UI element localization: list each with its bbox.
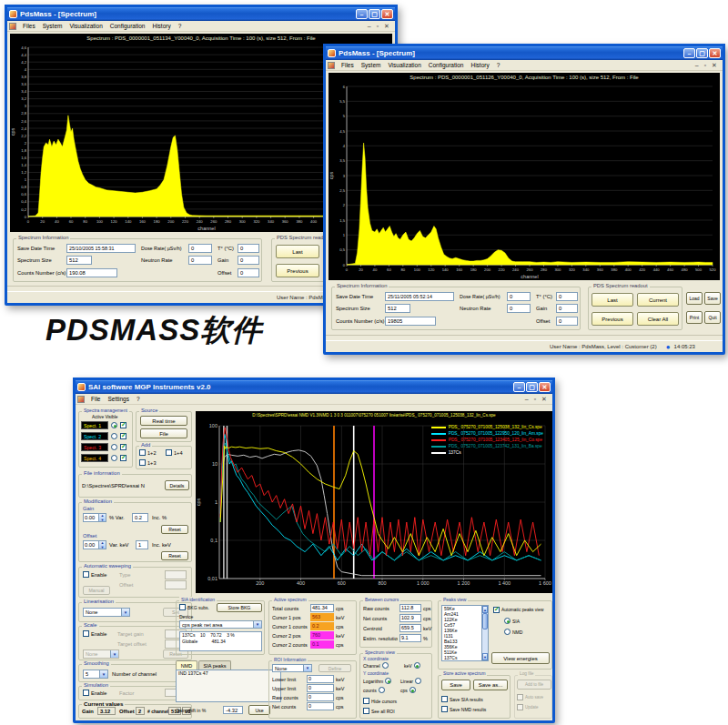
dose-rate-field[interactable]: 0 bbox=[188, 244, 212, 253]
list-item[interactable]: 661Ke bbox=[442, 660, 488, 661]
add-1-2-option[interactable]: 1+2 bbox=[139, 449, 157, 456]
channel-radio[interactable]: Channel bbox=[363, 662, 389, 669]
offset-reset-button[interactable]: Reset bbox=[161, 551, 188, 560]
store-save-button[interactable]: Save bbox=[441, 680, 470, 690]
offset-spinner[interactable]: 0.00▲▼ bbox=[83, 540, 106, 549]
linearisation-dropdown[interactable]: None bbox=[83, 608, 130, 617]
radio-icon[interactable] bbox=[379, 687, 385, 693]
scrollbar-thumb[interactable] bbox=[482, 613, 488, 629]
row-value-field[interactable]: 0 bbox=[307, 684, 334, 692]
tab-sia-peaks[interactable]: SIA peaks bbox=[198, 660, 231, 670]
checkbox-icon[interactable] bbox=[493, 607, 500, 613]
save-date-field[interactable]: 25/10/2005 15:58:31 bbox=[66, 244, 136, 253]
kev-radio[interactable]: keV bbox=[404, 662, 420, 669]
close-button[interactable]: ✕ bbox=[381, 9, 393, 19]
see-all-roi-checkbox[interactable]: See all ROI bbox=[363, 708, 395, 714]
row-value-field[interactable]: 760 bbox=[310, 631, 334, 639]
maximize-button[interactable]: ▢ bbox=[369, 9, 380, 19]
active-radio[interactable] bbox=[111, 433, 117, 439]
maximize-button[interactable]: ▢ bbox=[696, 48, 708, 58]
mdi-window-controls[interactable]: – ▫ ✕ bbox=[525, 396, 551, 403]
visible-checkbox[interactable] bbox=[120, 444, 126, 450]
previous-button[interactable]: Previous bbox=[276, 264, 319, 277]
window3-titlebar[interactable]: SAI software MGP Instruments v2.0 – ▢ ✕ bbox=[76, 380, 552, 394]
sweeping-enable-checkbox[interactable]: Enable bbox=[83, 571, 106, 578]
save-sia-results-checkbox[interactable]: Save SIA results bbox=[441, 696, 483, 702]
row-value-field[interactable]: 0.2 bbox=[310, 622, 334, 630]
row-value-field[interactable]: 9.1 bbox=[399, 634, 421, 642]
dose-rate-field[interactable]: 0 bbox=[507, 292, 531, 301]
checkbox-icon[interactable] bbox=[441, 696, 448, 702]
menu-item-[interactable]: ? bbox=[493, 62, 504, 68]
menu-item-configuration[interactable]: Configuration bbox=[425, 62, 468, 68]
menu-item-configuration[interactable]: Configuration bbox=[106, 23, 149, 29]
checkbox-icon[interactable] bbox=[166, 449, 172, 456]
visible-checkbox[interactable] bbox=[120, 422, 126, 428]
gain-reset-button[interactable]: Reset bbox=[161, 525, 188, 534]
last-button[interactable]: Last bbox=[276, 245, 319, 258]
counts-radio[interactable]: counts bbox=[363, 687, 385, 693]
cps-radio[interactable]: cps bbox=[400, 687, 416, 693]
radio-icon[interactable] bbox=[415, 678, 421, 684]
gain-field[interactable]: 0 bbox=[238, 256, 259, 265]
menu-item-file[interactable]: File bbox=[87, 396, 104, 402]
counts-number-field[interactable]: 190.08 bbox=[66, 268, 117, 277]
real-time-button[interactable]: Real time bbox=[140, 416, 187, 426]
store-save-as-button[interactable]: Save as... bbox=[473, 680, 508, 690]
hide-cursors-checkbox[interactable]: Hide cursors bbox=[363, 698, 397, 704]
window2-titlebar[interactable]: PdsMass - [Spectrum] – ▢ ✕ bbox=[326, 46, 723, 60]
row-value-field[interactable]: 0.1 bbox=[310, 640, 334, 649]
add-1-3-option[interactable]: 1+3 bbox=[139, 459, 157, 466]
simulation-enable-checkbox[interactable]: Enable bbox=[83, 690, 106, 696]
menu-item-history[interactable]: History bbox=[467, 62, 492, 68]
row-value-field[interactable]: 481.34 bbox=[310, 604, 334, 612]
menu-item-system[interactable]: System bbox=[358, 62, 385, 68]
spinner-arrows-icon[interactable]: ▲▼ bbox=[98, 514, 106, 521]
device-dropdown[interactable]: cps peak net area bbox=[179, 620, 262, 629]
radio-icon[interactable] bbox=[410, 687, 416, 693]
dropdown-arrow-icon[interactable] bbox=[253, 621, 261, 628]
checkbox-icon[interactable] bbox=[139, 459, 146, 466]
checkbox-icon[interactable] bbox=[363, 708, 369, 714]
bkg-subs-checkbox[interactable]: BKG subs. bbox=[179, 604, 209, 610]
minimize-button[interactable]: – bbox=[356, 9, 368, 19]
save-button[interactable]: Save bbox=[704, 292, 721, 305]
mdi-window-controls[interactable]: – ▫ ✕ bbox=[368, 23, 393, 30]
menu-item-visualization[interactable]: Visualization bbox=[66, 23, 106, 29]
temperature-field[interactable]: 0 bbox=[238, 244, 259, 253]
roi-dropdown[interactable]: None bbox=[272, 664, 312, 672]
checkbox-icon[interactable] bbox=[441, 706, 448, 712]
row-value-field[interactable]: 0 bbox=[307, 675, 334, 683]
linear-radio[interactable]: Linear bbox=[400, 678, 421, 684]
close-button[interactable]: ✕ bbox=[539, 382, 551, 392]
neutron-rate-field[interactable]: 0 bbox=[188, 256, 212, 265]
mdi-window-controls[interactable]: – ▫ ✕ bbox=[695, 62, 721, 69]
listbox-scrollbar[interactable]: ▲ ▼ bbox=[481, 606, 488, 660]
scroll-down-icon[interactable]: ▼ bbox=[482, 653, 488, 660]
menu-item-history[interactable]: History bbox=[148, 23, 174, 29]
counts-number-field[interactable]: 19805 bbox=[385, 317, 436, 326]
sia-radio[interactable]: SIA bbox=[504, 618, 520, 624]
menu-item-files[interactable]: Files bbox=[338, 62, 358, 68]
neutron-rate-field[interactable]: 0 bbox=[507, 304, 531, 313]
tab-nmd[interactable]: NMD bbox=[176, 660, 197, 670]
dropdown-arrow-icon[interactable] bbox=[99, 670, 107, 678]
visible-checkbox[interactable] bbox=[120, 433, 126, 439]
gain-field[interactable]: 0 bbox=[556, 304, 578, 313]
print-button[interactable]: Print bbox=[686, 311, 703, 324]
offset-inc-field[interactable]: 1 bbox=[136, 540, 148, 549]
checkbox-icon[interactable] bbox=[179, 604, 186, 610]
smoothing-dropdown[interactable]: 5 bbox=[83, 670, 108, 679]
checkbox-icon[interactable] bbox=[83, 630, 89, 637]
load-button[interactable]: Load bbox=[686, 292, 703, 305]
radio-icon[interactable] bbox=[385, 678, 391, 684]
menu-item-[interactable]: ? bbox=[133, 396, 144, 402]
temperature-field[interactable]: 0 bbox=[556, 292, 578, 301]
gain-inc-field[interactable]: 0.2 bbox=[132, 513, 148, 522]
store-bkg-button[interactable]: Store BKG bbox=[217, 603, 262, 612]
scroll-up-icon[interactable]: ▲ bbox=[482, 606, 488, 613]
nmd-radio[interactable]: NMD bbox=[504, 629, 522, 635]
checkbox-icon[interactable] bbox=[363, 698, 369, 704]
active-radio[interactable] bbox=[111, 422, 117, 428]
radio-icon[interactable] bbox=[414, 662, 420, 669]
